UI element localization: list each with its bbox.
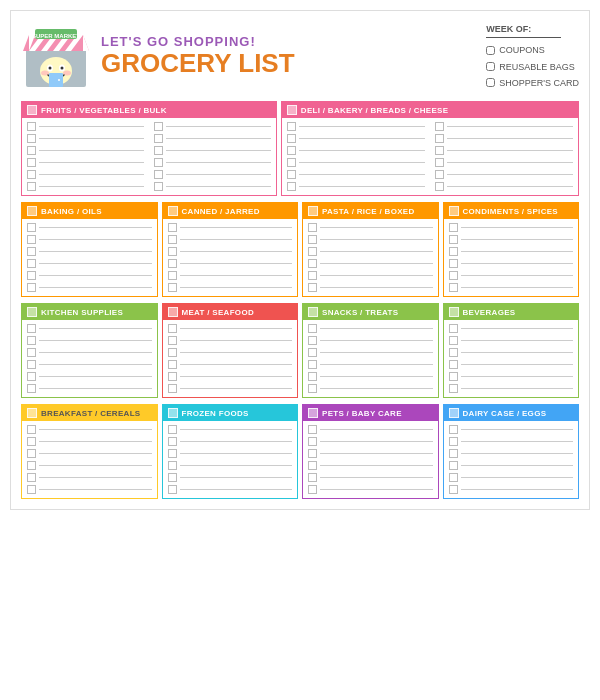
checklist-checkbox[interactable]	[486, 62, 495, 71]
list-checkbox[interactable]	[27, 158, 36, 167]
checklist-checkbox[interactable]	[486, 78, 495, 87]
header-checkbox-fruits[interactable]	[27, 105, 37, 115]
header-checkbox-beverages[interactable]	[449, 307, 459, 317]
list-checkbox[interactable]	[27, 360, 36, 369]
list-checkbox[interactable]	[287, 158, 296, 167]
list-checkbox[interactable]	[154, 170, 163, 179]
list-checkbox[interactable]	[168, 336, 177, 345]
list-checkbox[interactable]	[168, 259, 177, 268]
list-checkbox[interactable]	[449, 283, 458, 292]
list-checkbox[interactable]	[27, 182, 36, 191]
list-checkbox[interactable]	[168, 461, 177, 470]
list-checkbox[interactable]	[27, 485, 36, 494]
list-checkbox[interactable]	[287, 146, 296, 155]
checklist-checkbox[interactable]	[486, 46, 495, 55]
list-checkbox[interactable]	[308, 360, 317, 369]
list-checkbox[interactable]	[308, 449, 317, 458]
list-checkbox[interactable]	[287, 122, 296, 131]
list-checkbox[interactable]	[308, 271, 317, 280]
list-checkbox[interactable]	[308, 348, 317, 357]
list-checkbox[interactable]	[449, 360, 458, 369]
list-checkbox[interactable]	[154, 158, 163, 167]
list-checkbox[interactable]	[168, 235, 177, 244]
list-checkbox[interactable]	[435, 182, 444, 191]
list-checkbox[interactable]	[449, 348, 458, 357]
list-checkbox[interactable]	[168, 223, 177, 232]
header-checkbox-condiments[interactable]	[449, 206, 459, 216]
list-checkbox[interactable]	[435, 146, 444, 155]
list-checkbox[interactable]	[308, 485, 317, 494]
list-checkbox[interactable]	[449, 372, 458, 381]
list-checkbox[interactable]	[27, 134, 36, 143]
list-checkbox[interactable]	[308, 336, 317, 345]
header-checkbox-deli[interactable]	[287, 105, 297, 115]
list-checkbox[interactable]	[435, 134, 444, 143]
list-checkbox[interactable]	[154, 134, 163, 143]
list-checkbox[interactable]	[27, 336, 36, 345]
list-checkbox[interactable]	[27, 271, 36, 280]
list-checkbox[interactable]	[168, 324, 177, 333]
list-checkbox[interactable]	[287, 170, 296, 179]
list-checkbox[interactable]	[27, 122, 36, 131]
list-checkbox[interactable]	[168, 473, 177, 482]
list-checkbox[interactable]	[27, 235, 36, 244]
list-checkbox[interactable]	[168, 247, 177, 256]
header-checkbox-breakfast[interactable]	[27, 408, 37, 418]
header-checkbox-frozen[interactable]	[168, 408, 178, 418]
header-checkbox-pasta[interactable]	[308, 206, 318, 216]
list-checkbox[interactable]	[449, 324, 458, 333]
list-checkbox[interactable]	[287, 182, 296, 191]
list-checkbox[interactable]	[308, 372, 317, 381]
list-checkbox[interactable]	[308, 259, 317, 268]
list-checkbox[interactable]	[27, 384, 36, 393]
list-checkbox[interactable]	[168, 485, 177, 494]
list-checkbox[interactable]	[449, 336, 458, 345]
header-checkbox-kitchen[interactable]	[27, 307, 37, 317]
list-checkbox[interactable]	[449, 235, 458, 244]
list-checkbox[interactable]	[287, 134, 296, 143]
list-checkbox[interactable]	[449, 223, 458, 232]
list-checkbox[interactable]	[308, 247, 317, 256]
list-checkbox[interactable]	[27, 372, 36, 381]
list-checkbox[interactable]	[168, 271, 177, 280]
list-checkbox[interactable]	[308, 324, 317, 333]
list-checkbox[interactable]	[27, 259, 36, 268]
header-checkbox-pets[interactable]	[308, 408, 318, 418]
list-checkbox[interactable]	[308, 283, 317, 292]
list-checkbox[interactable]	[449, 271, 458, 280]
list-checkbox[interactable]	[168, 384, 177, 393]
list-checkbox[interactable]	[435, 170, 444, 179]
header-checkbox-baking[interactable]	[27, 206, 37, 216]
list-checkbox[interactable]	[27, 437, 36, 446]
list-checkbox[interactable]	[168, 348, 177, 357]
list-checkbox[interactable]	[308, 437, 317, 446]
list-checkbox[interactable]	[27, 170, 36, 179]
list-checkbox[interactable]	[308, 461, 317, 470]
list-checkbox[interactable]	[308, 384, 317, 393]
list-checkbox[interactable]	[27, 146, 36, 155]
list-checkbox[interactable]	[168, 372, 177, 381]
list-checkbox[interactable]	[449, 425, 458, 434]
list-checkbox[interactable]	[27, 223, 36, 232]
list-checkbox[interactable]	[449, 437, 458, 446]
list-checkbox[interactable]	[449, 384, 458, 393]
list-checkbox[interactable]	[449, 473, 458, 482]
list-checkbox[interactable]	[308, 223, 317, 232]
list-checkbox[interactable]	[168, 283, 177, 292]
list-checkbox[interactable]	[435, 122, 444, 131]
header-checkbox-canned[interactable]	[168, 206, 178, 216]
list-checkbox[interactable]	[449, 247, 458, 256]
list-checkbox[interactable]	[308, 473, 317, 482]
list-checkbox[interactable]	[168, 437, 177, 446]
list-checkbox[interactable]	[27, 247, 36, 256]
list-checkbox[interactable]	[449, 449, 458, 458]
list-checkbox[interactable]	[308, 235, 317, 244]
list-checkbox[interactable]	[168, 425, 177, 434]
list-checkbox[interactable]	[449, 259, 458, 268]
list-checkbox[interactable]	[27, 449, 36, 458]
list-checkbox[interactable]	[154, 122, 163, 131]
header-checkbox-snacks[interactable]	[308, 307, 318, 317]
list-checkbox[interactable]	[154, 146, 163, 155]
list-checkbox[interactable]	[168, 360, 177, 369]
header-checkbox-dairy[interactable]	[449, 408, 459, 418]
